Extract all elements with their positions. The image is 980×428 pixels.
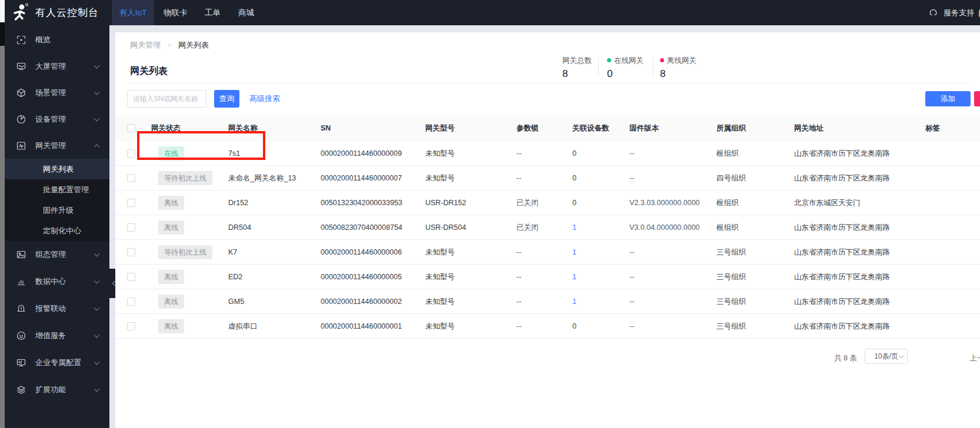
breadcrumb: 网关管理 › 网关列表	[130, 40, 209, 51]
cell-model: USR-DR504	[425, 215, 466, 240]
cell-sn: 00002000114460000009	[321, 141, 402, 166]
col-header-7[interactable]: 固件版本	[629, 115, 659, 141]
add-button[interactable]: 添加	[925, 91, 971, 106]
sidebar-submenu: 网关列表批量配置管理固件升级定制化中心	[5, 159, 109, 241]
sidebar-item-10[interactable]: 企业专属配置	[5, 349, 109, 376]
cell-sn: 00501323042000033953	[321, 190, 402, 215]
top-tab-4[interactable]: 商城	[238, 0, 254, 25]
support-label: 服务支持	[944, 8, 974, 17]
col-header-9[interactable]: 网关地址	[794, 115, 824, 141]
annotation-red-rectangle	[137, 131, 265, 160]
col-header-3[interactable]: SN	[321, 115, 331, 141]
cell-model: 未知型号	[425, 141, 455, 166]
row-checkbox[interactable]	[127, 174, 135, 182]
vas-icon	[16, 331, 26, 340]
cell-devices[interactable]: 1	[572, 289, 576, 314]
cell-devices[interactable]: 1	[572, 240, 576, 265]
row-checkbox[interactable]	[127, 297, 135, 306]
sidebar-item-2[interactable]: 大屏管理	[5, 53, 109, 79]
sidebar-item-4[interactable]: 设备管理	[5, 106, 109, 132]
cell-status: 离线	[158, 289, 184, 314]
top-tab-3[interactable]: 工单	[205, 0, 221, 25]
chevron-icon	[94, 89, 100, 95]
col-header-8[interactable]: 所属组织	[716, 115, 746, 141]
breadcrumb-separator: ›	[168, 41, 171, 49]
row-checkbox[interactable]	[127, 248, 135, 256]
table-row-8: 离线虚拟串口00002000114460000001未知型号--0--三号组织山…	[115, 314, 980, 339]
overview-icon	[16, 35, 26, 45]
cell-param-lock: 已关闭	[516, 190, 539, 215]
sidebar-item-1[interactable]: 概览	[5, 26, 109, 53]
sidebar-item-7[interactable]: 数据中心	[5, 268, 109, 295]
cell-firmware: V2.3.03.000000.0000	[629, 190, 700, 215]
cell-firmware: V3.0.04.000000.0000	[629, 215, 700, 240]
cell-firmware: --	[629, 314, 634, 339]
extension-icon	[16, 385, 26, 394]
gateway-icon	[16, 141, 26, 151]
row-checkbox[interactable]	[127, 322, 135, 330]
pagination-prev[interactable]: 上一页	[969, 350, 980, 366]
cell-model: 未知型号	[425, 289, 455, 314]
cell-firmware: --	[629, 141, 634, 166]
sidebar-item-3[interactable]: 场景管理	[5, 79, 109, 106]
submenu-item-4[interactable]: 定制化中心	[5, 220, 109, 241]
cell-param-lock: --	[516, 141, 521, 166]
chevron-icon	[94, 359, 100, 365]
top-tab-2[interactable]: 物联卡	[164, 0, 188, 25]
table-body: 在线7s100002000114460000009未知型号--0--根组织山东省…	[115, 141, 980, 339]
cell-org: 三号组织	[716, 314, 746, 339]
query-button[interactable]: 查询	[214, 90, 239, 108]
advanced-search-link[interactable]: 高级搜索	[249, 90, 280, 108]
cell-model: 未知型号	[425, 314, 455, 339]
col-header-5[interactable]: 参数锁	[516, 115, 539, 141]
select-all-checkbox[interactable]	[127, 124, 135, 132]
status-tag: 等待初次上线	[158, 171, 212, 185]
left-window-edge	[0, 0, 5, 428]
sidebar-item-6[interactable]: 组态管理	[5, 241, 109, 268]
cell-org: 三号组织	[716, 240, 746, 265]
col-header-6[interactable]: 关联设备数	[572, 115, 609, 141]
table-row-2: 等待初次上线未命名_网关名称_1300002000114460000007未知型…	[115, 166, 980, 190]
search-input[interactable]: 请输入SN或网关名称	[127, 90, 206, 108]
sidebar-item-11[interactable]: 扩展功能	[5, 376, 109, 403]
offline-dot-icon	[660, 58, 664, 62]
sidebar-item-8[interactable]: 报警联动	[5, 295, 109, 322]
alarm-icon	[16, 304, 26, 313]
sidebar-item-9[interactable]: 增值服务	[5, 322, 109, 349]
status-tag: 离线	[158, 220, 184, 235]
stat-offline-value: 8	[660, 68, 696, 80]
col-header-4[interactable]: 网关型号	[425, 115, 455, 141]
danger-button[interactable]	[974, 91, 980, 106]
cell-devices: 0	[572, 314, 576, 339]
cell-devices[interactable]: 1	[572, 265, 576, 289]
submenu-item-1[interactable]: 网关列表	[5, 159, 109, 179]
cell-org: 根组织	[716, 141, 739, 166]
top-tab-1[interactable]: 有人IoT	[112, 0, 154, 25]
row-checkbox[interactable]	[127, 149, 135, 158]
chevron-icon	[94, 62, 100, 68]
status-tag: 离线	[158, 295, 184, 309]
title-divider	[129, 83, 968, 83]
cell-org: 三号组织	[716, 265, 746, 289]
submenu-item-3[interactable]: 固件升级	[5, 200, 109, 220]
cell-param-lock: --	[516, 265, 521, 289]
col-header-10[interactable]: 标签	[925, 115, 940, 141]
cell-org: 根组织	[716, 190, 739, 215]
row-checkbox[interactable]	[127, 223, 135, 232]
row-checkbox[interactable]	[127, 199, 135, 207]
support-link[interactable]: 服务支持	[929, 0, 974, 25]
cell-org: 四号组织	[716, 166, 746, 190]
submenu-item-2[interactable]: 批量配置管理	[5, 179, 109, 200]
stat-total-value: 8	[562, 68, 592, 80]
cell-status: 等待初次上线	[158, 240, 212, 265]
page-size-select[interactable]: 10条/页	[865, 349, 908, 364]
cell-param-lock: --	[516, 166, 521, 190]
cell-devices[interactable]: 1	[572, 215, 576, 240]
sidebar-item-5[interactable]: 网关管理	[5, 132, 109, 159]
stat-offline-label: 离线网关	[660, 56, 696, 66]
stat-offline: 离线网关 8	[660, 56, 696, 80]
cell-firmware: --	[629, 166, 634, 190]
breadcrumb-gateway-management[interactable]: 网关管理	[130, 41, 161, 49]
row-checkbox[interactable]	[127, 273, 135, 281]
cell-address: 山东省济南市历下区龙奥南路	[794, 215, 890, 240]
